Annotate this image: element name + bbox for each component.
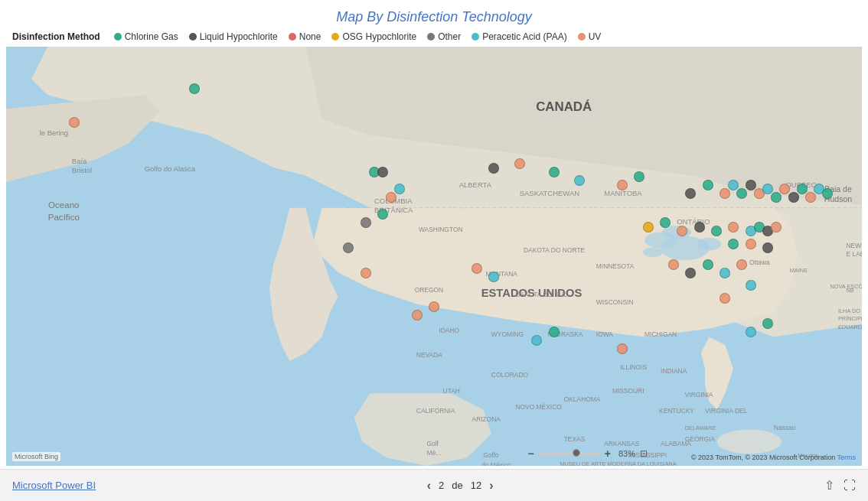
svg-text:CALIFORNIA: CALIFORNIA: [416, 408, 455, 415]
share-icon[interactable]: ⇧: [824, 478, 834, 493]
svg-text:KENTUCKY: KENTUCKY: [659, 408, 694, 415]
svg-text:NEWFOL: NEWFOL: [847, 242, 862, 249]
svg-text:MINNESOTA: MINNESOTA: [596, 262, 635, 270]
svg-text:INDIANA: INDIANA: [661, 367, 687, 375]
svg-text:Mé...: Mé...: [427, 449, 442, 457]
svg-text:WYOMING: WYOMING: [491, 330, 524, 338]
page-separator: de: [452, 480, 462, 491]
legend-dot-liquid-hypochlorite: [189, 33, 197, 41]
page-current: 2: [439, 480, 444, 491]
svg-text:ONTÁRIO: ONTÁRIO: [677, 217, 710, 226]
legend-label-osg-hypochlorite: OSG Hypochlorite: [342, 31, 416, 42]
svg-text:EDUARDO: EDUARDO: [838, 324, 862, 330]
legend-label-chlorine-gas: Chlorine Gas: [125, 31, 178, 42]
svg-text:NEBRASKA: NEBRASKA: [548, 330, 583, 338]
legend-dot-chlorine-gas: [114, 33, 122, 41]
svg-text:NOVO MÉXICO: NOVO MÉXICO: [515, 403, 562, 411]
svg-text:WASHINGTON: WASHINGTON: [419, 226, 463, 233]
svg-text:ARKANSAS: ARKANSAS: [604, 440, 639, 447]
map-svg: CANADÁ ESTADOS UNIDOS Oceano Pacífico Ba…: [6, 47, 862, 466]
svg-text:OREGON: OREGON: [415, 286, 443, 294]
svg-text:DAKOTA DO NORTE: DAKOTA DO NORTE: [524, 246, 586, 254]
zoom-out-button[interactable]: −: [528, 447, 534, 460]
svg-text:PRÍNCIPE: PRÍNCIPE: [838, 315, 862, 322]
attribution-text: © 2023 TomTom, © 2023 Microsoft Corporat…: [691, 454, 835, 461]
powerbi-link[interactable]: Microsoft Power BI: [12, 480, 96, 491]
svg-text:Nassau: Nassau: [774, 424, 796, 431]
prev-page-button[interactable]: ‹: [427, 479, 431, 493]
svg-text:IOWA: IOWA: [596, 330, 614, 338]
legend-dot-uv: [578, 33, 586, 41]
svg-text:OKLAHOMA: OKLAHOMA: [564, 395, 601, 403]
svg-text:NB: NB: [847, 287, 854, 294]
svg-text:Golf: Golf: [427, 440, 439, 447]
svg-text:VIRGINIA DEL: VIRGINIA DEL: [705, 408, 748, 415]
svg-text:MUSEU DE ARTE MODERNA DA LOUIS: MUSEU DE ARTE MODERNA DA LOUISIANA: [560, 460, 676, 466]
svg-text:do México: do México: [481, 461, 511, 466]
svg-text:ILHA DO: ILHA DO: [838, 307, 860, 314]
svg-text:BRITÂNICA: BRITÂNICA: [374, 206, 413, 214]
legend: Disinfection Method Chlorine GasLiquid H…: [0, 28, 868, 47]
svg-text:Baía: Baía: [72, 157, 87, 165]
legend-label-peracetic-acid: Peracetic Acid (PAA): [482, 31, 566, 42]
pagination: ‹ 2 de 12 ›: [427, 479, 494, 493]
legend-dot-other: [427, 33, 435, 41]
fullscreen-icon[interactable]: ⛶: [844, 479, 856, 493]
svg-text:Pacífico: Pacífico: [48, 213, 80, 222]
legend-item-uv[interactable]: UV: [578, 31, 602, 42]
map-container: CANADÁ ESTADOS UNIDOS Oceano Pacífico Ba…: [6, 47, 862, 466]
chart-title-highlight: Disinfection Technology: [387, 9, 531, 24]
svg-text:le Bering: le Bering: [40, 129, 68, 137]
svg-text:Bristol: Bristol: [72, 166, 92, 174]
legend-item-chlorine-gas[interactable]: Chlorine Gas: [114, 31, 178, 42]
svg-text:QUEBEC: QUEBEC: [785, 181, 816, 189]
svg-text:GEÓRGIA: GEÓRGIA: [685, 435, 716, 443]
bottom-bar: Microsoft Power BI ‹ 2 de 12 › ⇧ ⛶: [0, 469, 868, 501]
svg-text:UTAH: UTAH: [443, 387, 460, 395]
svg-text:DAKOTA DO SUL: DAKOTA DO SUL: [515, 291, 567, 298]
svg-text:ALBERTA: ALBERTA: [459, 181, 492, 189]
page-total: 12: [471, 480, 481, 491]
svg-text:MISSOURI: MISSOURI: [612, 387, 644, 395]
legend-item-none[interactable]: None: [289, 31, 321, 42]
bottom-icons: ⇧ ⛶: [824, 478, 856, 493]
zoom-percentage: 83%: [618, 449, 635, 458]
legend-label-liquid-hypochlorite: Liquid Hypochlorite: [200, 31, 278, 42]
legend-item-peracetic-acid[interactable]: Peracetic Acid (PAA): [472, 31, 566, 42]
fit-to-screen-icon[interactable]: ⊡: [640, 448, 648, 459]
legend-label-other: Other: [438, 31, 461, 42]
zoom-slider-thumb[interactable]: [573, 449, 580, 457]
svg-text:MICHIGAN: MICHIGAN: [644, 330, 677, 338]
legend-item-osg-hypochlorite[interactable]: OSG Hypochlorite: [331, 31, 416, 42]
legend-dot-none: [289, 33, 296, 41]
next-page-button[interactable]: ›: [489, 479, 493, 493]
legend-item-liquid-hypochlorite[interactable]: Liquid Hypochlorite: [189, 31, 278, 42]
svg-point-11: [643, 247, 662, 257]
legend-item-other[interactable]: Other: [427, 31, 461, 42]
svg-text:E LAB: E LAB: [847, 250, 862, 258]
svg-text:Baia de: Baia de: [824, 184, 852, 194]
svg-text:ARIZONA: ARIZONA: [472, 415, 501, 423]
svg-text:VIRGINIA: VIRGINIA: [685, 391, 713, 399]
svg-text:DELAWARE: DELAWARE: [685, 425, 716, 431]
svg-text:Oceano: Oceano: [48, 200, 80, 210]
svg-point-13: [717, 430, 782, 454]
svg-text:COLUMBIA: COLUMBIA: [374, 197, 413, 206]
svg-text:MANITOBA: MANITOBA: [604, 189, 642, 197]
svg-text:NEVADA: NEVADA: [416, 351, 442, 359]
map-attribution: © 2023 TomTom, © 2023 Microsoft Corporat…: [691, 454, 856, 461]
svg-point-9: [697, 238, 722, 251]
bing-logo-text: Microsoft Bing: [15, 453, 58, 460]
svg-text:MAINE: MAINE: [790, 267, 808, 274]
chart-title-prefix: Map By: [336, 9, 387, 24]
svg-text:Ottawa: Ottawa: [749, 259, 770, 266]
page-container: Map By Disinfection Technology Disinfect…: [0, 0, 868, 501]
svg-text:COLORADO: COLORADO: [491, 371, 529, 379]
zoom-slider-track[interactable]: [539, 452, 600, 455]
terms-link[interactable]: Terms: [837, 454, 857, 461]
svg-text:Golfo: Golfo: [483, 451, 498, 459]
zoom-controls: − + 83% ⊡: [528, 447, 648, 460]
legend-title: Disinfection Method: [12, 31, 100, 42]
zoom-in-button[interactable]: +: [605, 447, 611, 460]
svg-text:ILLINOIS: ILLINOIS: [620, 363, 647, 371]
